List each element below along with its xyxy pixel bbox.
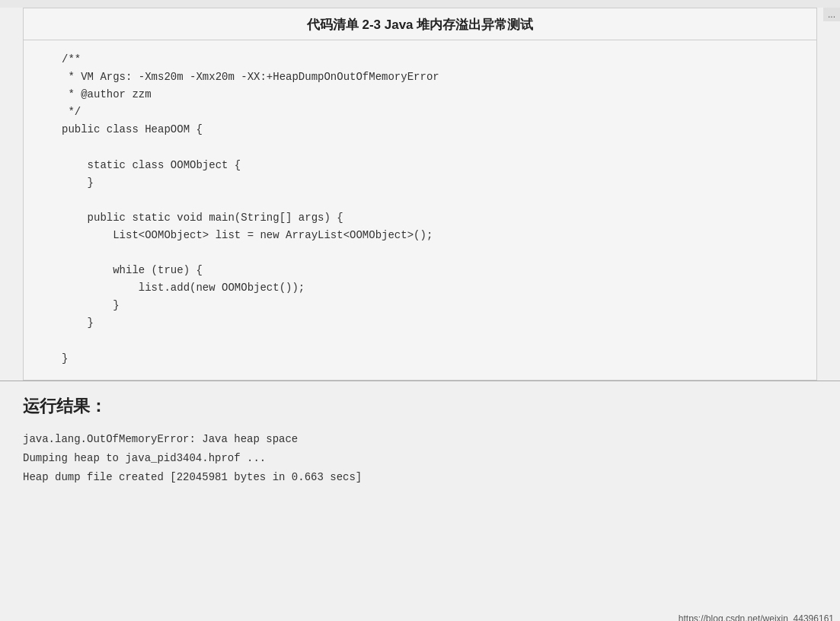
result-line: Dumping heap to java_pid3404.hprof ... [23,449,817,468]
result-title: 运行结果： [23,395,817,418]
result-line: java.lang.OutOfMemoryError: Java heap sp… [23,430,817,449]
result-section: 运行结果： java.lang.OutOfMemoryError: Java h… [0,381,840,495]
code-pre: /** * VM Args: -Xms20m -Xmx20m -XX:+Heap… [62,51,794,368]
watermark: https://blog.csdn.net/weixin_44396161 [679,613,834,621]
code-title: 代码清单 2-3 Java 堆内存溢出异常测试 [24,8,816,40]
result-body: java.lang.OutOfMemoryError: Java heap sp… [23,430,817,488]
page-container: ... 代码清单 2-3 Java 堆内存溢出异常测试 /** * VM Arg… [0,8,840,621]
top-right-label: ... [823,8,840,21]
result-line: Heap dump file created [22045981 bytes i… [23,468,817,487]
code-section: 代码清单 2-3 Java 堆内存溢出异常测试 /** * VM Args: -… [23,8,817,381]
code-body: /** * VM Args: -Xms20m -Xmx20m -XX:+Heap… [24,40,816,380]
top-right-text: ... [828,9,835,20]
